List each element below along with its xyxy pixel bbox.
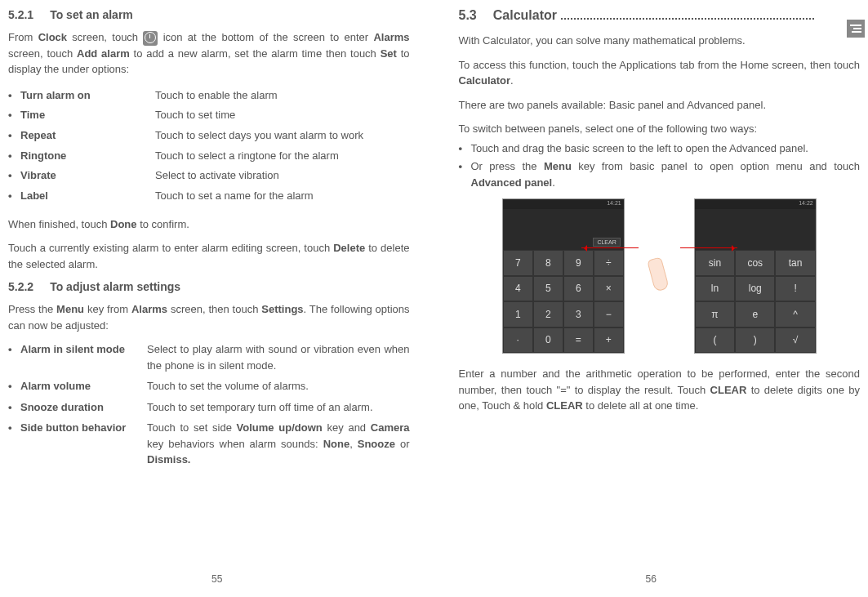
page-right: 5.3Calculator With Calculator, you can s… xyxy=(434,0,869,597)
settings-intro: Press the Menu key from Alarms screen, t… xyxy=(8,301,410,333)
heading-set-alarm: 5.2.1To set an alarm xyxy=(8,8,410,21)
switch-drag: Touch and drag the basic screen to the l… xyxy=(459,140,861,157)
calculator-screenshots: 14:21 CLEAR 789÷ 456× 123− ·0=+ 14:22 si… xyxy=(459,198,861,354)
heading-calculator: 5.3Calculator xyxy=(459,8,861,23)
settings-list: •Alarm in silent modeSelect to play alar… xyxy=(8,341,410,468)
clear-button: CLEAR xyxy=(593,238,620,247)
calc-p5: Enter a number and the arithmetic operat… xyxy=(459,366,861,414)
option-vibrate: •VibrateSelect to activate vibration xyxy=(8,166,410,186)
advanced-keypad: sincostan lnlog! πe^ ()√ xyxy=(695,250,816,353)
clock-icon xyxy=(143,31,158,46)
intro-paragraph: From Clock screen, touch icon at the bot… xyxy=(8,29,410,78)
option-repeat: •RepeatTouch to select days you want ala… xyxy=(8,126,410,146)
delete-text: Touch a currently existing alarm to ente… xyxy=(8,240,410,272)
setting-side-button: •Side button behaviorTouch to set side V… xyxy=(8,420,410,468)
option-turn-alarm-on: •Turn alarm onTouch to enable the alarm xyxy=(8,86,410,106)
basic-panel-screenshot: 14:21 CLEAR 789÷ 456× 123− ·0=+ xyxy=(502,198,625,354)
setting-snooze: •Snooze durationTouch to set temporary t… xyxy=(8,399,410,416)
alarm-options-list: •Turn alarm onTouch to enable the alarm … xyxy=(8,86,410,207)
page-left: 5.2.1To set an alarm From Clock screen, … xyxy=(0,0,434,597)
setting-volume: •Alarm volumeTouch to set the volume of … xyxy=(8,378,410,394)
option-label: •LabelTouch to set a name for the alarm xyxy=(8,186,410,207)
hand-gesture-icon xyxy=(641,254,678,299)
page-number-right: 56 xyxy=(646,573,657,585)
option-ringtone: •RingtoneTouch to select a ringtone for … xyxy=(8,146,410,167)
heading-adjust-settings: 5.2.2To adjust alarm settings xyxy=(8,280,410,293)
title-dots xyxy=(561,13,814,20)
done-text: When finished, touch Done to confirm. xyxy=(8,216,410,233)
basic-keypad: 789÷ 456× 123− ·0=+ xyxy=(503,250,624,353)
switch-methods-list: Touch and drag the basic screen to the l… xyxy=(459,140,861,191)
menu-lines-icon xyxy=(847,20,865,38)
switch-menu: Or press the Menu key from basic panel t… xyxy=(459,158,861,190)
calc-p3: There are two panels available: Basic pa… xyxy=(459,97,861,114)
advanced-panel-screenshot: 14:22 sincostan lnlog! πe^ ()√ xyxy=(694,198,817,354)
calc-p2: To access this function, touch the Appli… xyxy=(459,57,861,89)
calc-p4: To switch between panels, select one of … xyxy=(459,121,861,137)
page-number-left: 55 xyxy=(211,573,222,585)
option-time: •TimeTouch to set time xyxy=(8,105,410,126)
calc-p1: With Calculator, you can solve many math… xyxy=(459,33,861,49)
setting-silent-mode: •Alarm in silent modeSelect to play alar… xyxy=(8,341,410,373)
